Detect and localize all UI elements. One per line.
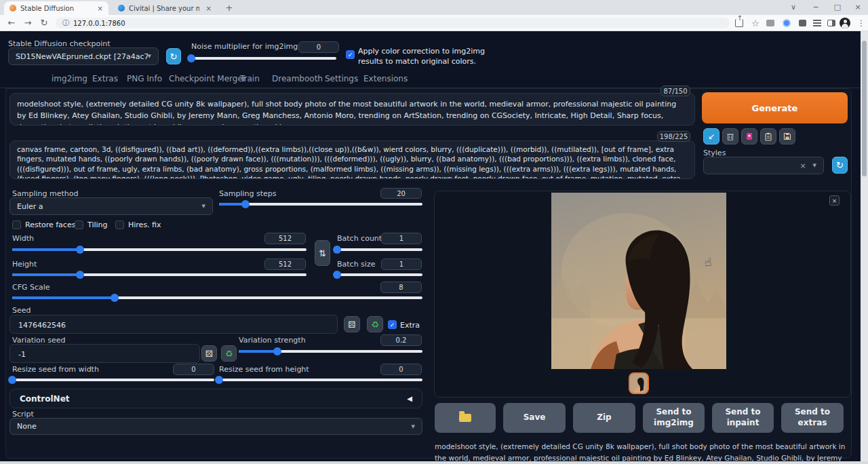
sampling-steps-label: Sampling steps: [219, 189, 277, 198]
tab-train[interactable]: Train: [240, 74, 260, 83]
tab-settings[interactable]: Settings: [325, 74, 358, 83]
seed-input[interactable]: 1476462546: [9, 315, 338, 334]
random-variation-seed-button[interactable]: ⚄: [201, 345, 217, 362]
page-scrollbar[interactable]: [861, 31, 868, 461]
resize-seed-width-label: Resize seed from width: [12, 365, 99, 374]
save-style-button[interactable]: [779, 128, 795, 144]
tiling-checkbox[interactable]: [75, 220, 83, 229]
send-to-inpaint-button[interactable]: Send to inpaint: [712, 403, 774, 433]
tab-png-info[interactable]: PNG Info: [127, 74, 162, 83]
color-correction-checkbox[interactable]: ✓: [346, 50, 355, 59]
save-button[interactable]: Save: [503, 403, 566, 433]
tab-title: Civitai | Share your models: [129, 5, 199, 12]
width-slider[interactable]: [12, 246, 307, 254]
thumbnail-art: [630, 374, 648, 393]
browser-tab-civitai[interactable]: Civitai | Share your models ×: [113, 1, 217, 15]
window-close-button[interactable]: ×: [848, 0, 868, 15]
paste-parameters-button[interactable]: ↙: [703, 128, 719, 144]
batch-size-value[interactable]: 1: [381, 258, 422, 270]
script-value: None: [17, 422, 37, 431]
gallery-thumbnail[interactable]: [629, 372, 649, 394]
share-icon[interactable]: [735, 19, 743, 27]
stable-diffusion-favicon: [9, 5, 16, 12]
extension-grid-icon[interactable]: [766, 20, 774, 26]
hires-fix-checkbox[interactable]: [115, 220, 124, 229]
tab-extensions[interactable]: Extensions: [363, 74, 408, 83]
tab-extras[interactable]: Extras: [92, 74, 118, 83]
resize-seed-height-value[interactable]: 0: [380, 364, 422, 375]
variation-seed-input[interactable]: -1: [9, 344, 200, 363]
clear-prompt-button[interactable]: [722, 128, 738, 144]
cfg-scale-slider[interactable]: [12, 294, 422, 302]
tab-close-icon[interactable]: ×: [98, 5, 103, 12]
sampling-steps-slider[interactable]: [219, 200, 422, 208]
script-dropdown[interactable]: None ▼: [9, 418, 422, 435]
height-value[interactable]: 512: [264, 258, 306, 270]
back-button[interactable]: ←: [5, 17, 18, 29]
reuse-seed-button[interactable]: ♻: [367, 316, 383, 332]
extra-seed-checkbox[interactable]: ✓: [388, 320, 397, 329]
sampling-method-dropdown[interactable]: Euler a ▼: [9, 197, 213, 215]
extension-blue-icon[interactable]: [783, 19, 791, 27]
batch-size-slider[interactable]: [337, 271, 422, 279]
tab-checkpoint-merger[interactable]: Checkpoint Merger: [169, 74, 246, 83]
tab-img2img[interactable]: img2img: [52, 74, 87, 83]
batch-count-slider[interactable]: [337, 246, 422, 254]
width-value[interactable]: 512: [264, 233, 306, 244]
browser-menu-icon[interactable]: ⋮: [856, 18, 867, 28]
open-folder-button[interactable]: [435, 403, 496, 433]
apply-styles-button[interactable]: [760, 128, 776, 144]
browser-tab-stable-diffusion[interactable]: Stable Diffusion ×: [4, 1, 108, 15]
generate-button[interactable]: Generate: [702, 92, 848, 123]
random-seed-button[interactable]: ⚄: [344, 316, 360, 332]
profile-avatar[interactable]: [840, 18, 850, 28]
scrollbar-thumb[interactable]: [862, 41, 867, 176]
style-pink-button[interactable]: [741, 128, 757, 144]
restore-faces-checkbox[interactable]: [12, 220, 21, 229]
resize-seed-width-value[interactable]: 0: [173, 364, 214, 375]
height-slider[interactable]: [12, 271, 307, 279]
close-gallery-button[interactable]: ×: [829, 195, 840, 206]
controlnet-accordion[interactable]: ControlNet ◀: [9, 389, 422, 408]
styles-dropdown[interactable]: × ▼: [703, 157, 824, 174]
reuse-variation-seed-button[interactable]: ♻: [221, 345, 237, 362]
send-to-extras-button[interactable]: Send to extras: [781, 403, 844, 433]
resize-seed-width-slider[interactable]: [12, 376, 214, 384]
variation-strength-slider[interactable]: [239, 347, 422, 355]
variation-strength-value[interactable]: 0.2: [380, 334, 422, 346]
batch-count-value[interactable]: 1: [381, 233, 422, 244]
url-text: 127.0.0.1:7860: [73, 20, 125, 27]
tab-close-icon[interactable]: ×: [206, 5, 212, 12]
refresh-styles-button[interactable]: ↻: [832, 157, 848, 174]
window-chevron-icon[interactable]: ∨: [783, 0, 804, 15]
forward-button[interactable]: →: [22, 17, 34, 29]
resize-seed-height-slider[interactable]: [219, 376, 422, 384]
noise-multiplier-value[interactable]: 0: [298, 41, 339, 53]
tab-dreambooth[interactable]: Dreambooth: [272, 74, 323, 83]
refresh-checkpoints-button[interactable]: ↻: [166, 48, 181, 64]
generated-image[interactable]: [551, 193, 726, 369]
zip-button[interactable]: Zip: [573, 403, 635, 433]
address-bar[interactable]: ⓘ 127.0.0.1:7860: [56, 18, 730, 28]
accordion-collapse-icon: ◀: [407, 395, 412, 402]
tab-title: Stable Diffusion: [20, 5, 91, 12]
bookmark-star-icon[interactable]: ☆: [750, 18, 761, 28]
swap-dimensions-button[interactable]: ⇅: [315, 240, 330, 266]
send-to-img2img-button[interactable]: Send to img2img: [643, 403, 705, 433]
checkpoint-dropdown[interactable]: SD15NewVAEpruned.ckpt [27a4ac756c] ▼: [8, 47, 159, 65]
reading-list-icon[interactable]: [813, 20, 821, 26]
extensions-puzzle-icon[interactable]: [799, 20, 806, 26]
cfg-scale-value[interactable]: 8: [380, 282, 422, 293]
window-restore-button[interactable]: □: [827, 0, 848, 15]
window-minimize-button[interactable]: −: [806, 0, 826, 15]
prompt-input[interactable]: modelshoot style, (extremely detailed CG…: [9, 93, 695, 125]
reload-button[interactable]: ↻: [38, 17, 50, 29]
noise-multiplier-slider[interactable]: [191, 54, 336, 62]
new-tab-button[interactable]: +: [224, 3, 235, 14]
side-panel-icon[interactable]: [827, 20, 835, 26]
clear-styles-icon[interactable]: ×: [800, 161, 806, 170]
sampling-steps-value[interactable]: 20: [380, 188, 422, 199]
negative-prompt-input[interactable]: canvas frame, cartoon, 3d, ((disfigured)…: [9, 140, 695, 179]
site-info-icon[interactable]: ⓘ: [62, 18, 69, 28]
chevron-down-icon: ▼: [148, 54, 151, 59]
